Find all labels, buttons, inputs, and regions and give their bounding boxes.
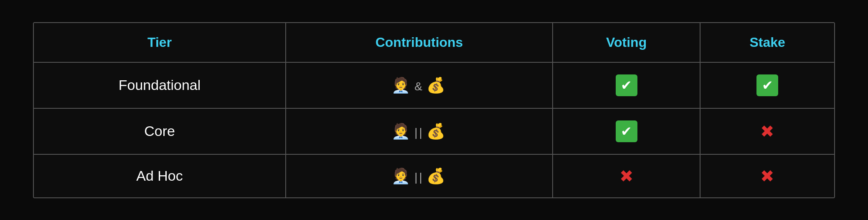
check-green-icon: ✔: [756, 74, 778, 96]
header-stake: Stake: [700, 23, 834, 62]
cross-red-icon: ✖: [619, 166, 634, 186]
tier-cell-0: Foundational: [34, 62, 286, 108]
money-emoji: 💰: [426, 123, 447, 140]
check-green-icon: ✔: [616, 74, 637, 96]
header-tier: Tier: [34, 23, 286, 62]
separator: ||: [414, 171, 424, 184]
money-emoji: 💰: [426, 77, 447, 94]
stake-cell-1: ✖: [700, 108, 834, 154]
tier-cell-1: Core: [34, 108, 286, 154]
header-voting: Voting: [553, 23, 700, 62]
voting-cell-1: ✔: [553, 108, 700, 154]
contributions-cell-1: 🧑‍💼||💰: [286, 108, 553, 154]
person-emoji: 🧑‍💼: [391, 123, 412, 140]
stake-cell-2: ✖: [700, 154, 834, 197]
person-emoji: 🧑‍💼: [391, 167, 412, 184]
check-green-icon: ✔: [616, 120, 637, 142]
stake-cell-0: ✔: [700, 62, 834, 108]
table-header-row: Tier Contributions Voting Stake: [34, 23, 834, 62]
person-emoji: 🧑‍💼: [391, 77, 412, 94]
voting-cell-0: ✔: [553, 62, 700, 108]
header-contributions: Contributions: [286, 23, 553, 62]
table-row: Core🧑‍💼||💰✔✖: [34, 108, 834, 154]
cross-red-icon: ✖: [760, 122, 774, 141]
contributions-cell-0: 🧑‍💼&💰: [286, 62, 553, 108]
separator: &: [414, 80, 424, 93]
tier-table-wrapper: Tier Contributions Voting Stake Foundati…: [33, 22, 835, 198]
cross-red-icon: ✖: [760, 166, 774, 186]
voting-cell-2: ✖: [553, 154, 700, 197]
separator: ||: [414, 126, 424, 139]
tier-cell-2: Ad Hoc: [34, 154, 286, 197]
money-emoji: 💰: [426, 167, 447, 184]
table-row: Foundational🧑‍💼&💰✔✔: [34, 62, 834, 108]
tier-table: Tier Contributions Voting Stake Foundati…: [34, 23, 834, 197]
contributions-cell-2: 🧑‍💼||💰: [286, 154, 553, 197]
table-row: Ad Hoc🧑‍💼||💰✖✖: [34, 154, 834, 197]
